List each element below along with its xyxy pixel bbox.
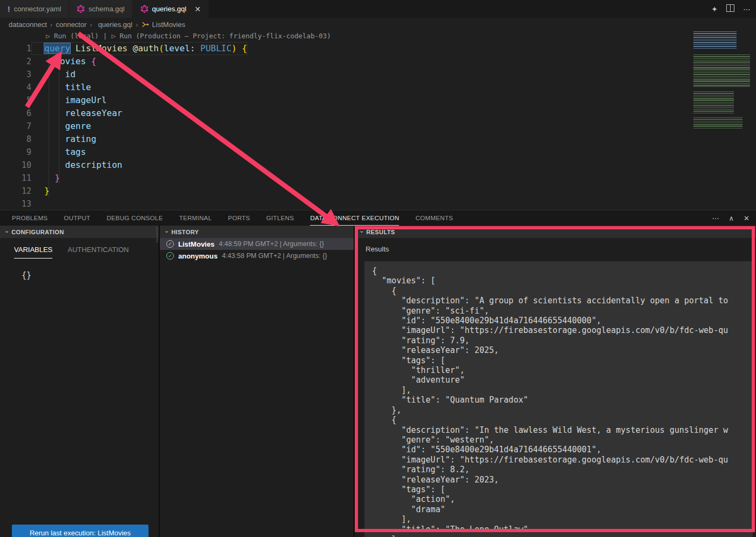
panel-tab-comments[interactable]: COMMENTS (415, 210, 453, 226)
line-number: 11 (0, 172, 31, 185)
code-line[interactable]: 8 rating (0, 133, 247, 146)
chevron-down-icon: ⌄ (359, 227, 364, 234)
breadcrumb-item-dataconnect[interactable]: dataconnect (9, 21, 47, 29)
panel-maximize-icon[interactable]: ∧ (729, 214, 734, 222)
variables-value[interactable]: {} (0, 259, 159, 280)
code-token: releaseYear (65, 108, 123, 118)
bottom-panel: PROBLEMSOUTPUTDEBUG CONSOLETERMINALPORTS… (0, 210, 756, 537)
code-line[interactable]: 1 query ListMovies @auth(level: PUBLIC) … (0, 42, 247, 55)
breadcrumb-separator: › (136, 21, 138, 29)
panel-tab-problems[interactable]: PROBLEMS (12, 210, 48, 226)
results-json-line: "tags": [ (372, 485, 753, 494)
code-line[interactable]: 13 (0, 198, 247, 210)
config-tab-authentication[interactable]: AUTHENTICATION (68, 246, 129, 259)
code-text: movies { (31, 55, 96, 68)
code-line[interactable]: 4 title (0, 81, 247, 94)
results-header[interactable]: ⌄ RESULTS (355, 226, 756, 238)
minimap[interactable] (692, 31, 754, 130)
code-token: : (190, 43, 200, 53)
breadcrumb-item-queries.gql[interactable]: queries.gql (96, 21, 133, 29)
code-token: ( (159, 43, 164, 53)
results-json-line: "rating": 7.9, (372, 336, 753, 345)
code-line[interactable]: 3 id (0, 68, 247, 81)
results-json-line: "imageUrl": "https://firebasestorage.goo… (372, 455, 753, 465)
results-json-line: { (372, 415, 753, 425)
results-json-line: { (372, 286, 753, 296)
warning-icon: ! (8, 5, 10, 13)
results-json-line: "description": "A group of scientists ac… (372, 296, 753, 305)
sparkle-icon[interactable]: ✦ (711, 5, 718, 13)
breadcrumb-item-ListMovies[interactable]: ListMovies (141, 21, 185, 29)
code-line[interactable]: 5 imageUrl (0, 94, 247, 107)
codelens: ▷ Run (local) | ▷ Run (Production – Proj… (46, 32, 331, 40)
code-text: rating (31, 133, 96, 146)
code-token (127, 43, 133, 53)
panel-tab-gitlens[interactable]: GITLENS (266, 210, 294, 226)
split-editor-icon[interactable] (726, 4, 734, 13)
breadcrumb-label: dataconnect (9, 21, 47, 29)
configuration-header[interactable]: ⌄ CONFIGURATION (0, 226, 159, 238)
run-local-link[interactable]: ▷ Run (local) (46, 32, 99, 40)
editor-tab-connector.yaml[interactable]: !connector.yaml (0, 0, 69, 18)
code-text: description (31, 159, 123, 172)
results-json-line: "releaseYear": 2025, (372, 345, 753, 355)
graphql-icon (77, 5, 85, 13)
minimap-content (693, 117, 742, 129)
code-line[interactable]: 12 } (0, 185, 247, 198)
editor-tab-bar: !connector.yaml schema.gql queries.gql✕ (0, 0, 756, 18)
scrollbar[interactable] (156, 227, 158, 243)
line-number: 6 (0, 107, 31, 120)
results-json-line: "adventure" (372, 375, 753, 385)
history-list: ✓ ListMovies 4:48:59 PM GMT+2 | Argument… (160, 238, 354, 262)
line-number: 8 (0, 133, 31, 146)
code-token: imageUrl (65, 95, 107, 105)
panel-more-icon[interactable]: ⋯ (712, 214, 719, 222)
code-token (44, 173, 55, 183)
results-json[interactable]: { "movies": [ { "description": "A group … (364, 261, 753, 537)
indent-guide (59, 68, 59, 185)
editor-tab-queries.gql[interactable]: queries.gql✕ (133, 0, 208, 18)
run-production-link[interactable]: ▷ Run (Production – Project: friendly-fl… (111, 32, 330, 40)
panel-tab-data-connect-execution[interactable]: DATA CONNECT EXECUTION (310, 210, 399, 226)
code-token (44, 56, 55, 66)
code-token (237, 43, 242, 53)
code-token: movies (55, 56, 86, 66)
results-json-line: "description": "In the lawless Wild West… (372, 425, 753, 435)
panel-close-icon[interactable]: ✕ (744, 214, 750, 222)
panel-tab-terminal[interactable]: TERMINAL (179, 210, 212, 226)
results-title: RESULTS (366, 229, 395, 235)
more-actions-icon[interactable]: ⋯ (743, 5, 751, 13)
code-editor[interactable]: ▷ Run (local) | ▷ Run (Production – Proj… (0, 31, 756, 210)
history-header[interactable]: ⌄ HISTORY (160, 226, 354, 238)
results-label: Results (355, 238, 756, 253)
tab-close-icon[interactable]: ✕ (194, 5, 201, 13)
results-json-line: "imageUrl": "https://firebasestorage.goo… (372, 325, 753, 335)
history-item-anonymous[interactable]: ✓ anonymous 4:43:58 PM GMT+2 | Arguments… (160, 250, 354, 262)
minimap-content (693, 91, 734, 114)
code-line[interactable]: 11 } (0, 172, 247, 185)
indent-guide (49, 55, 49, 198)
history-section: ⌄ HISTORY ✓ ListMovies 4:48:59 PM GMT+2 … (160, 226, 354, 537)
code-line[interactable]: 6 releaseYear (0, 107, 247, 120)
line-number: 4 (0, 81, 31, 94)
line-number: 13 (0, 198, 31, 210)
rerun-button[interactable]: Rerun last execution: ListMovies (12, 525, 148, 537)
code-line[interactable]: 10 description (0, 159, 247, 172)
code-token (44, 147, 65, 157)
code-token (70, 43, 76, 53)
breadcrumb-item-connector[interactable]: connector (56, 21, 86, 29)
minimap-content (693, 31, 737, 50)
history-item-ListMovies[interactable]: ✓ ListMovies 4:48:59 PM GMT+2 | Argument… (160, 238, 354, 250)
code-token: id (65, 69, 76, 79)
results-json-line: "rating": 8.2, (372, 465, 753, 474)
panel-tab-output[interactable]: OUTPUT (64, 210, 90, 226)
editor-tab-schema.gql[interactable]: schema.gql (69, 0, 132, 18)
code-line[interactable]: 2 movies { (0, 55, 247, 68)
panel-tab-ports[interactable]: PORTS (228, 210, 250, 226)
code-line[interactable]: 7 genre (0, 120, 247, 133)
config-tab-variables[interactable]: VARIABLES (14, 246, 52, 259)
code-token: level (164, 43, 190, 53)
code-line[interactable]: 9 tags (0, 146, 247, 159)
results-json-line: "action", (372, 494, 753, 504)
panel-tab-debug-console[interactable]: DEBUG CONSOLE (106, 210, 163, 226)
